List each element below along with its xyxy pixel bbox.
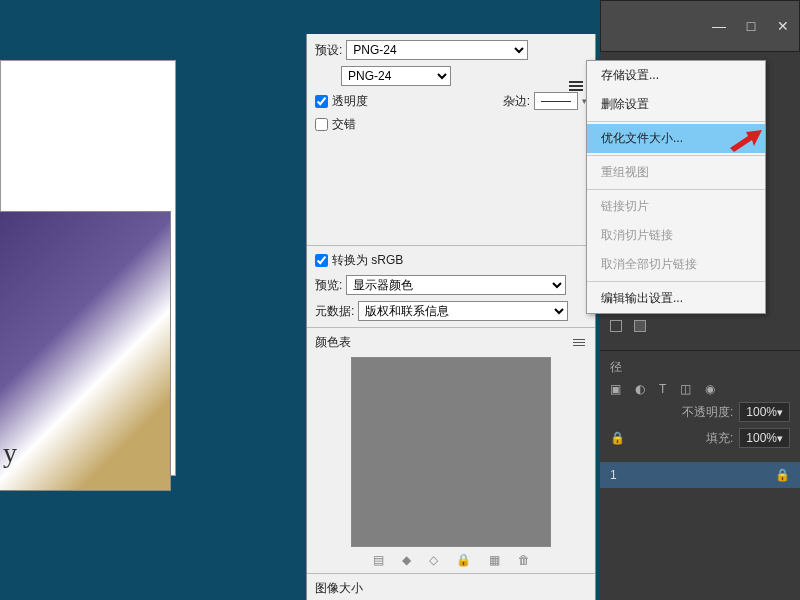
minimize-button[interactable]: — bbox=[703, 14, 735, 38]
canvas-preview-area: y bbox=[0, 60, 176, 476]
ct-icon-2[interactable]: ◆ bbox=[402, 553, 411, 567]
convert-srgb-checkbox[interactable] bbox=[315, 254, 328, 267]
format-select[interactable]: PNG-24 bbox=[341, 66, 451, 86]
ct-icon-5[interactable]: ▦ bbox=[489, 553, 500, 567]
save-for-web-options: 预设: PNG-24 PNG-24 透明度 杂边: ▾ 交错 转换为 sRGB … bbox=[306, 34, 596, 600]
preview-label: 预览: bbox=[315, 277, 342, 294]
matte-label: 杂边: bbox=[503, 93, 530, 110]
metadata-label: 元数据: bbox=[315, 303, 354, 320]
adjust-icon[interactable]: ◐ bbox=[635, 382, 645, 396]
window-titlebar: — □ ✕ bbox=[600, 0, 800, 52]
annotation-arrow bbox=[728, 126, 762, 159]
maximize-button[interactable]: □ bbox=[735, 14, 767, 38]
fill-label: 填充: bbox=[706, 430, 733, 447]
convert-srgb-label: 转换为 sRGB bbox=[332, 252, 403, 269]
color-swatch[interactable] bbox=[610, 320, 622, 332]
color-table-toolbar: ▤ ◆ ◇ 🔒 ▦ 🗑 bbox=[315, 553, 587, 567]
filter-icon[interactable]: ▣ bbox=[610, 382, 621, 396]
close-button[interactable]: ✕ bbox=[767, 14, 799, 38]
text-icon[interactable]: T bbox=[659, 382, 666, 396]
layer-row[interactable]: 1 🔒 bbox=[600, 462, 800, 488]
transparency-checkbox[interactable] bbox=[315, 95, 328, 108]
layers-panel: 径 ▣ ◐ T ◫ ◉ 不透明度: 100% ▾ 🔒 填充: 100% ▾ bbox=[600, 350, 800, 462]
menu-item: 取消全部切片链接 bbox=[587, 250, 765, 279]
transparency-label: 透明度 bbox=[332, 93, 368, 110]
ct-icon-3[interactable]: ◇ bbox=[429, 553, 438, 567]
lock-icon[interactable]: 🔒 bbox=[610, 431, 625, 445]
ct-icon-1[interactable]: ▤ bbox=[373, 553, 384, 567]
menu-item: 取消切片链接 bbox=[587, 221, 765, 250]
shape-icon[interactable]: ◫ bbox=[680, 382, 691, 396]
color-swatch-2[interactable] bbox=[634, 320, 646, 332]
tab-paths[interactable]: 径 bbox=[610, 359, 622, 376]
flyout-context-menu: 存储设置...删除设置优化文件大小...重组视图链接切片取消切片链接取消全部切片… bbox=[586, 60, 766, 314]
smart-icon[interactable]: ◉ bbox=[705, 382, 715, 396]
menu-item[interactable]: 删除设置 bbox=[587, 90, 765, 119]
menu-item[interactable]: 存储设置... bbox=[587, 61, 765, 90]
preview-image bbox=[0, 211, 171, 491]
ct-icon-4[interactable]: 🔒 bbox=[456, 553, 471, 567]
interlace-label: 交错 bbox=[332, 116, 356, 133]
interlace-checkbox[interactable] bbox=[315, 118, 328, 131]
fill-value[interactable]: 100% ▾ bbox=[739, 428, 790, 448]
metadata-select[interactable]: 版权和联系信息 bbox=[358, 301, 568, 321]
matte-swatch[interactable] bbox=[534, 92, 578, 110]
menu-item[interactable]: 编辑输出设置... bbox=[587, 284, 765, 313]
menu-item: 链接切片 bbox=[587, 192, 765, 221]
preset-select[interactable]: PNG-24 bbox=[346, 40, 528, 60]
watermark-text: y bbox=[3, 437, 17, 469]
flyout-menu-icon[interactable] bbox=[569, 80, 585, 92]
color-table-flyout-icon[interactable] bbox=[573, 338, 587, 348]
ct-trash-icon[interactable]: 🗑 bbox=[518, 553, 530, 567]
layer-lock-icon: 🔒 bbox=[775, 468, 790, 482]
preset-label: 预设: bbox=[315, 42, 342, 59]
preview-select[interactable]: 显示器颜色 bbox=[346, 275, 566, 295]
menu-item: 重组视图 bbox=[587, 158, 765, 187]
image-size-label: 图像大小 bbox=[315, 581, 363, 595]
layer-name: 1 bbox=[610, 468, 617, 482]
color-table-label: 颜色表 bbox=[315, 334, 351, 351]
opacity-label: 不透明度: bbox=[682, 404, 733, 421]
color-table-swatch bbox=[351, 357, 551, 547]
opacity-value[interactable]: 100% ▾ bbox=[739, 402, 790, 422]
